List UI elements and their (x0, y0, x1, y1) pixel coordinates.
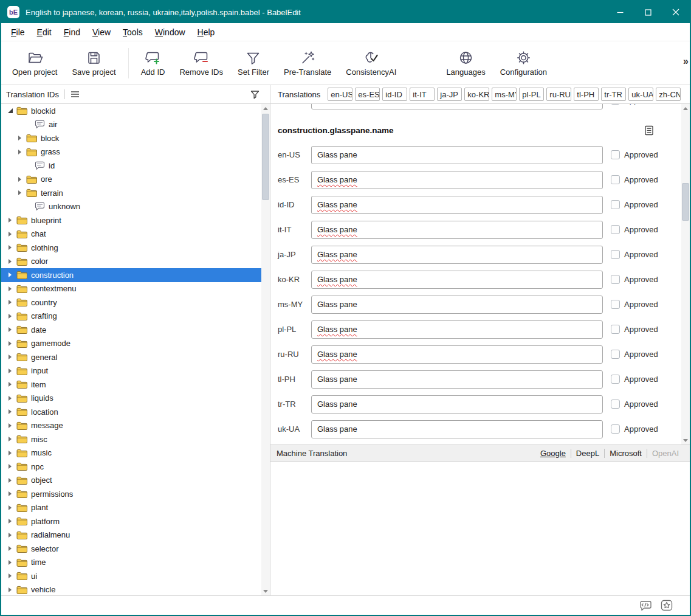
tree-expander-icon[interactable] (6, 271, 15, 279)
close-button[interactable] (662, 1, 690, 23)
tree-item[interactable]: block (1, 131, 261, 145)
tree-expander-icon[interactable] (16, 189, 24, 197)
tree-expander-icon[interactable] (6, 544, 15, 553)
translations-vertical-scrollbar[interactable] (681, 104, 690, 445)
menu-file[interactable]: File (5, 25, 31, 40)
menu-edit[interactable]: Edit (31, 25, 58, 40)
tree-expander-icon[interactable] (16, 175, 24, 184)
tree-expander-icon[interactable] (6, 298, 15, 306)
tree-expander-icon[interactable] (6, 325, 15, 334)
translation-input[interactable]: Glass pane (311, 320, 603, 339)
tree-item[interactable]: air (1, 118, 261, 132)
tree-item[interactable]: music (1, 446, 261, 460)
language-column-toggle[interactable]: es-ES (355, 88, 380, 101)
feedback-bubble-icon[interactable] (639, 600, 652, 611)
language-column-toggle[interactable]: id-ID (382, 88, 407, 101)
maximize-button[interactable] (634, 1, 662, 23)
languages-button[interactable]: Languages (439, 47, 492, 80)
minimize-button[interactable] (606, 1, 634, 23)
tree-item[interactable]: misc (1, 432, 261, 446)
tree-expander-icon[interactable] (16, 148, 24, 156)
mt-provider-link[interactable]: Google (535, 449, 571, 458)
tree-item[interactable]: object (1, 474, 261, 488)
approved-checkbox[interactable] (611, 400, 620, 409)
tree-expander-icon[interactable] (6, 106, 15, 115)
menu-find[interactable]: Find (58, 25, 86, 40)
language-column-toggle[interactable]: en-US (328, 88, 352, 101)
tree-expander-icon[interactable] (6, 517, 15, 525)
tree-item[interactable]: blueprint (1, 213, 261, 227)
remove-ids-button[interactable]: Remove IDs (172, 47, 230, 80)
tree-item[interactable]: general (1, 350, 261, 364)
toolbar-overflow-chevron[interactable]: » (683, 56, 689, 67)
scrollbar-thumb[interactable] (262, 114, 269, 200)
approved-checkbox[interactable] (611, 325, 620, 334)
approved-checkbox[interactable] (611, 175, 620, 184)
tree-filter-icon[interactable] (250, 89, 260, 100)
language-column-toggle[interactable]: ru-RU (546, 88, 571, 101)
scrollbar-thumb[interactable] (682, 183, 689, 221)
language-column-toggle[interactable]: ms-MY (492, 88, 517, 101)
tree-expander-icon[interactable] (6, 230, 15, 238)
language-column-toggle[interactable]: ko-KR (464, 88, 489, 101)
tree-item[interactable]: time (1, 556, 261, 570)
tree-item[interactable]: selector (1, 542, 261, 556)
language-column-toggle[interactable]: pl-PL (519, 88, 544, 101)
scroll-up-arrow-icon[interactable] (681, 104, 690, 112)
approved-checkbox[interactable] (611, 200, 620, 209)
translation-input[interactable]: Glass pane (311, 246, 603, 264)
tree-expander-icon[interactable] (6, 572, 15, 580)
tree-expander-icon[interactable] (6, 558, 15, 567)
tree-expander-icon[interactable] (6, 312, 15, 320)
tree-item[interactable]: vehicle (1, 583, 261, 596)
tree-item[interactable]: chat (1, 227, 261, 241)
approved-checkbox[interactable] (611, 375, 620, 384)
tree-expander-icon[interactable] (6, 421, 15, 430)
tree-item[interactable]: contextmenu (1, 282, 261, 296)
tree-item[interactable]: plant (1, 501, 261, 515)
tree-expander-icon[interactable] (6, 285, 15, 293)
tree-expander-icon[interactable] (6, 462, 15, 471)
scroll-down-arrow-icon[interactable] (261, 587, 270, 595)
approved-checkbox[interactable] (611, 150, 620, 159)
mt-provider-link[interactable]: DeepL (571, 449, 604, 458)
tree-item[interactable]: date (1, 323, 261, 337)
tree-item[interactable]: npc (1, 460, 261, 474)
menu-view[interactable]: View (86, 25, 117, 40)
tree-expander-icon[interactable] (6, 380, 15, 389)
tree-expander-icon[interactable] (16, 161, 24, 170)
pre-translate-button[interactable]: Pre-Translate (277, 47, 339, 80)
save-project-button[interactable]: Save project (64, 47, 123, 80)
approved-checkbox[interactable] (611, 275, 620, 284)
tree-item[interactable]: grass (1, 145, 261, 159)
set-filter-button[interactable]: Set Filter (230, 47, 277, 80)
tree-item[interactable]: message (1, 419, 261, 433)
translation-input[interactable]: Glass pane (311, 296, 603, 314)
translation-input[interactable]: Glass pane (311, 395, 603, 414)
tree-item[interactable]: terrain (1, 186, 261, 200)
configuration-button[interactable]: Configuration (493, 47, 554, 80)
scroll-up-arrow-icon[interactable] (261, 104, 270, 112)
tree-expander-icon[interactable] (16, 134, 24, 142)
translation-input[interactable]: Glass pane (311, 271, 603, 289)
language-column-toggle[interactable]: uk-UA (628, 88, 653, 101)
tree-item[interactable]: construction (1, 268, 261, 282)
menu-tools[interactable]: Tools (117, 25, 149, 40)
scroll-down-arrow-icon[interactable] (681, 436, 690, 445)
tree-item[interactable]: crafting (1, 310, 261, 324)
tree-item[interactable]: item (1, 378, 261, 392)
language-column-toggle[interactable]: tl-PH (574, 88, 599, 101)
tree-expander-icon[interactable] (6, 490, 15, 498)
translation-input[interactable] (311, 104, 603, 109)
tree-expander-icon[interactable] (6, 367, 15, 375)
tree-expander-icon[interactable] (16, 202, 24, 211)
tree-item[interactable]: id (1, 159, 261, 173)
tree-item[interactable]: location (1, 405, 261, 419)
consistency-ai-button[interactable]: ConsistencyAI (339, 47, 404, 80)
tree-expander-icon[interactable] (6, 435, 15, 443)
mt-provider-link[interactable]: Microsoft (605, 449, 647, 458)
tree-expander-icon[interactable] (6, 407, 15, 416)
tree-item[interactable]: gamemode (1, 337, 261, 351)
tree-expander-icon[interactable] (6, 531, 15, 539)
translation-input[interactable]: Glass pane (311, 171, 603, 189)
